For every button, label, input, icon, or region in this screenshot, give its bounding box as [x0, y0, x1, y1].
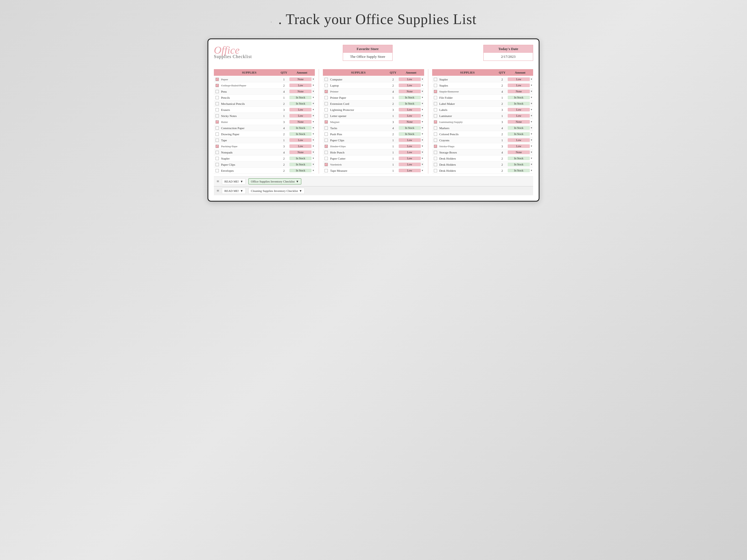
amount-dropdown-arrow[interactable]: ▼	[421, 114, 423, 117]
row-checkbox[interactable]	[434, 120, 437, 124]
amount-dropdown-arrow[interactable]: ▼	[312, 157, 314, 160]
amount-dropdown-arrow[interactable]: ▼	[421, 84, 423, 86]
menu-icon[interactable]: ≡	[216, 179, 219, 184]
row-checkbox[interactable]	[215, 90, 219, 93]
amount-dropdown-arrow[interactable]: ▼	[531, 78, 533, 80]
tab-cleaning-supplies[interactable]: Cleaning Supplies Inventory Checklist ▼	[249, 188, 305, 194]
row-checkbox[interactable]	[434, 144, 437, 148]
amount-dropdown-arrow[interactable]: ▼	[312, 96, 314, 99]
amount-dropdown-arrow[interactable]: ▼	[531, 108, 533, 111]
row-checkbox[interactable]	[325, 78, 328, 81]
row-checkbox[interactable]	[325, 138, 328, 142]
row-checkbox[interactable]	[215, 78, 219, 81]
amount-dropdown-arrow[interactable]: ▼	[531, 90, 533, 92]
row-checkbox[interactable]	[215, 169, 219, 172]
amount-dropdown-arrow[interactable]: ▼	[421, 102, 423, 105]
amount-dropdown-arrow[interactable]: ▼	[312, 151, 314, 154]
amount-dropdown-arrow[interactable]: ▼	[312, 133, 314, 135]
amount-dropdown-arrow[interactable]: ▼	[421, 163, 423, 166]
row-checkbox[interactable]	[325, 132, 328, 136]
amount-dropdown-arrow[interactable]: ▼	[421, 127, 423, 129]
tab-dropdown-icon-4[interactable]: ▼	[299, 189, 302, 192]
row-checkbox[interactable]	[215, 120, 219, 124]
row-checkbox[interactable]	[434, 157, 437, 160]
row-checkbox[interactable]	[434, 102, 437, 105]
amount-dropdown-arrow[interactable]: ▼	[312, 163, 314, 166]
row-checkbox[interactable]	[325, 96, 328, 99]
menu-icon-2[interactable]: ≡	[216, 188, 219, 193]
amount-dropdown-arrow[interactable]: ▼	[421, 169, 423, 172]
row-checkbox[interactable]	[215, 84, 219, 87]
row-checkbox[interactable]	[215, 114, 219, 117]
amount-dropdown-arrow[interactable]: ▼	[421, 108, 423, 111]
tab-dropdown-icon[interactable]: ▼	[240, 180, 243, 183]
tab-office-supplies[interactable]: Office Supplies Inventory Checklist ▼	[249, 178, 301, 184]
amount-dropdown-arrow[interactable]: ▼	[421, 78, 423, 80]
amount-dropdown-arrow[interactable]: ▼	[312, 114, 314, 117]
row-checkbox[interactable]	[325, 163, 328, 166]
amount-dropdown-arrow[interactable]: ▼	[312, 102, 314, 105]
row-checkbox[interactable]	[215, 163, 219, 166]
amount-dropdown-arrow[interactable]: ▼	[531, 145, 533, 148]
tab-read-me[interactable]: READ ME! ▼	[222, 178, 246, 184]
amount-dropdown-arrow[interactable]: ▼	[312, 127, 314, 129]
row-checkbox[interactable]	[434, 84, 437, 87]
amount-dropdown-arrow[interactable]: ▼	[421, 90, 423, 92]
row-checkbox[interactable]	[434, 163, 437, 166]
amount-dropdown-arrow[interactable]: ▼	[312, 169, 314, 172]
amount-dropdown-arrow[interactable]: ▼	[421, 96, 423, 99]
row-checkbox[interactable]	[215, 108, 219, 111]
amount-dropdown-arrow[interactable]: ▼	[312, 78, 314, 80]
row-checkbox[interactable]	[215, 102, 219, 105]
tab-dropdown-icon-3[interactable]: ▼	[240, 189, 243, 192]
row-checkbox[interactable]	[215, 138, 219, 142]
amount-dropdown-arrow[interactable]: ▼	[531, 169, 533, 172]
amount-dropdown-arrow[interactable]: ▼	[531, 127, 533, 129]
amount-dropdown-arrow[interactable]: ▼	[421, 121, 423, 123]
row-checkbox[interactable]	[434, 151, 437, 154]
amount-dropdown-arrow[interactable]: ▼	[531, 139, 533, 141]
row-checkbox[interactable]	[325, 108, 328, 111]
amount-dropdown-arrow[interactable]: ▼	[312, 108, 314, 111]
row-checkbox[interactable]	[325, 157, 328, 160]
tab-dropdown-icon-2[interactable]: ▼	[296, 180, 299, 183]
row-checkbox[interactable]	[325, 120, 328, 124]
row-checkbox[interactable]	[325, 102, 328, 105]
amount-dropdown-arrow[interactable]: ▼	[531, 114, 533, 117]
row-checkbox[interactable]	[325, 90, 328, 93]
amount-dropdown-arrow[interactable]: ▼	[312, 139, 314, 141]
row-checkbox[interactable]	[434, 114, 437, 117]
row-checkbox[interactable]	[215, 144, 219, 148]
row-checkbox[interactable]	[215, 157, 219, 160]
amount-dropdown-arrow[interactable]: ▼	[531, 163, 533, 166]
amount-dropdown-arrow[interactable]: ▼	[531, 157, 533, 160]
row-checkbox[interactable]	[215, 151, 219, 154]
amount-dropdown-arrow[interactable]: ▼	[531, 121, 533, 123]
row-checkbox[interactable]	[434, 169, 437, 172]
amount-dropdown-arrow[interactable]: ▼	[531, 133, 533, 135]
amount-dropdown-arrow[interactable]: ▼	[531, 84, 533, 86]
row-checkbox[interactable]	[325, 144, 328, 148]
row-checkbox[interactable]	[215, 132, 219, 136]
amount-dropdown-arrow[interactable]: ▼	[421, 133, 423, 135]
row-checkbox[interactable]	[434, 96, 437, 99]
row-checkbox[interactable]	[215, 126, 219, 130]
amount-dropdown-arrow[interactable]: ▼	[312, 145, 314, 148]
row-checkbox[interactable]	[434, 78, 437, 81]
row-checkbox[interactable]	[325, 114, 328, 117]
row-checkbox[interactable]	[325, 151, 328, 154]
amount-dropdown-arrow[interactable]: ▼	[312, 90, 314, 92]
row-checkbox[interactable]	[434, 126, 437, 130]
tab-read-me-2[interactable]: READ ME! ▼	[222, 188, 246, 194]
amount-dropdown-arrow[interactable]: ▼	[312, 84, 314, 86]
amount-dropdown-arrow[interactable]: ▼	[421, 145, 423, 148]
amount-dropdown-arrow[interactable]: ▼	[531, 96, 533, 99]
row-checkbox[interactable]	[434, 138, 437, 142]
row-checkbox[interactable]	[434, 108, 437, 111]
amount-dropdown-arrow[interactable]: ▼	[531, 151, 533, 154]
amount-dropdown-arrow[interactable]: ▼	[421, 139, 423, 141]
amount-dropdown-arrow[interactable]: ▼	[531, 102, 533, 105]
row-checkbox[interactable]	[434, 90, 437, 93]
row-checkbox[interactable]	[215, 96, 219, 99]
amount-dropdown-arrow[interactable]: ▼	[421, 151, 423, 154]
